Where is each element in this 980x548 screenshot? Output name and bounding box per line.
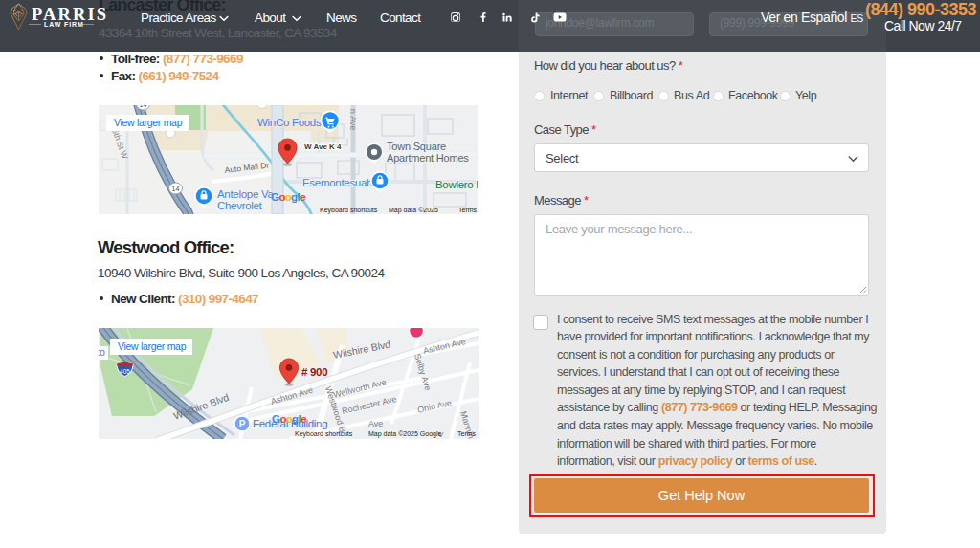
svg-text:View larger map: View larger map [118, 340, 187, 352]
svg-text:Ave: Ave [368, 419, 383, 428]
svg-text:Keyboard shortcuts: Keyboard shortcuts [320, 207, 378, 214]
svg-text:n Ave: n Ave [348, 109, 358, 131]
svg-text:Town Square: Town Square [387, 141, 446, 152]
svg-text:Bowlero L: Bowlero L [435, 179, 478, 190]
svg-text:e: e [301, 413, 306, 425]
svg-text:405: 405 [120, 368, 130, 375]
svg-text:Map data ©2025: Map data ©2025 [389, 207, 438, 214]
svg-text:to: to [99, 346, 105, 358]
svg-text:Terms: Terms [458, 207, 478, 213]
svg-text:Keyboard shortcuts: Keyboard shortcuts [295, 430, 353, 438]
svg-text:14: 14 [172, 186, 180, 192]
svg-text:View larger map: View larger map [114, 117, 183, 128]
svg-text:Apartment Homes: Apartment Homes [387, 152, 469, 164]
svg-text:Map data ©2025 Google: Map data ©2025 Google [368, 430, 441, 438]
svg-text:Esemontesuah: Esemontesuah [302, 177, 372, 188]
svg-text:W Ave K 4: W Ave K 4 [304, 142, 342, 151]
svg-text:14: 14 [140, 105, 147, 108]
svg-text:Chevrolet: Chevrolet [217, 200, 263, 211]
svg-text:P: P [239, 419, 246, 429]
svg-text:Antelope Va: Antelope Va [217, 188, 274, 200]
svg-text:# 900: # 900 [301, 366, 327, 378]
svg-text:Terms: Terms [457, 430, 477, 437]
svg-text:WinCo Foods: WinCo Foods [257, 117, 322, 128]
svg-text:e: e [300, 191, 305, 203]
